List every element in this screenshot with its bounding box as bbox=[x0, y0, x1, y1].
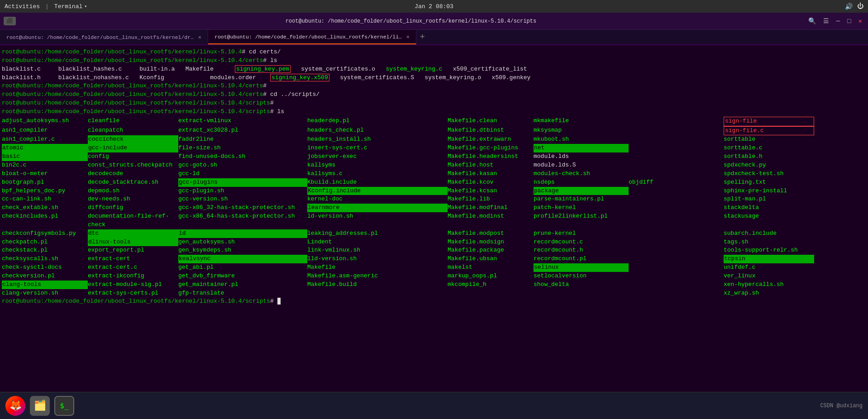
ls-item: Makefile.package bbox=[448, 246, 534, 255]
volume-icon[interactable]: 🔊 bbox=[845, 3, 853, 10]
ls-item: asn1_compiler.c bbox=[2, 135, 88, 144]
ls-item: jobserver-exec bbox=[307, 152, 448, 161]
terminal-menu-arrow: ▾ bbox=[84, 4, 87, 9]
maximize-icon[interactable]: □ bbox=[845, 17, 853, 26]
ls-item: mkuboot.sh bbox=[534, 135, 629, 144]
tab-drivers-close[interactable]: ✕ bbox=[198, 34, 201, 41]
terminal-content[interactable]: root@ubuntu:/home/code_folder/uboot_linu… bbox=[0, 45, 868, 419]
ls-item: checkversion.pl bbox=[2, 272, 88, 281]
ls-item bbox=[629, 126, 724, 136]
ls-item: insert-sys-cert.c bbox=[307, 144, 448, 152]
system-bar: Activities | Terminal ▾ Jan 2 08:03 🔊 ⏻ bbox=[0, 0, 868, 13]
menu-icon[interactable]: ☰ bbox=[821, 16, 831, 26]
ls-item: kallsyms.c bbox=[307, 170, 448, 178]
ls-item: stackusage bbox=[724, 212, 814, 229]
ls-item: depmod.sh bbox=[88, 187, 178, 195]
ls-item: sorttable bbox=[724, 135, 814, 144]
ls-item: setlocalversion bbox=[534, 272, 629, 281]
ls-item: modules-check.sh bbox=[534, 170, 629, 178]
firefox-icon[interactable]: 🦊 bbox=[5, 396, 25, 416]
ls-item: bootgraph.pl bbox=[2, 178, 88, 187]
ls-item: module.lds bbox=[534, 152, 629, 161]
ls-item: Makefile.modpost bbox=[448, 229, 534, 238]
tab-drivers-label: root@ubuntu: /home/code_folder/uboot_lin… bbox=[6, 34, 195, 40]
ls-item: subarch.include bbox=[724, 229, 814, 238]
ls-item: Makefile.modinst bbox=[448, 212, 534, 229]
ls-item: headerdep.pl bbox=[307, 117, 448, 126]
ls-item: find-unused-docs.sh bbox=[178, 152, 307, 161]
ls-item: sphinx-pre-install bbox=[724, 187, 814, 195]
ls-item: mkmakefile bbox=[534, 117, 629, 126]
new-tab-button[interactable]: + bbox=[416, 30, 868, 44]
ls-item: Makefile.kcsan bbox=[448, 187, 534, 195]
ls-item-kconfig: Kconfig.include bbox=[307, 187, 448, 195]
tab-drivers[interactable]: root@ubuntu: /home/code_folder/uboot_lin… bbox=[0, 30, 208, 44]
terminal-menu-button[interactable]: Terminal ▾ bbox=[54, 3, 87, 10]
files-icon[interactable]: 🗂️ bbox=[30, 396, 50, 416]
ls-item: profile2linkerlist.pl bbox=[534, 212, 629, 229]
line-ls-row1: blacklist.c blacklist_hashes.c built-in.… bbox=[2, 65, 866, 74]
line-ls1: root@ubuntu:/home/code_folder/uboot_linu… bbox=[2, 57, 866, 65]
tab-scripts[interactable]: root@ubuntu: /home/code_folder/uboot_lin… bbox=[208, 30, 416, 44]
ls-item-coccicheck: coccicheck bbox=[88, 135, 178, 144]
ls-item: module.lds.S bbox=[534, 161, 629, 170]
ls-item: tags.sh bbox=[724, 238, 814, 247]
ls-item: decodecode bbox=[88, 170, 178, 178]
ls-item: xen-hypercalls.sh bbox=[724, 281, 814, 289]
ls-item-tcpsin: tcpsin bbox=[724, 255, 814, 263]
ls-item: Makefile.kasan bbox=[448, 170, 534, 178]
ls-item: checkconfigsymbols.py bbox=[2, 229, 88, 238]
close-icon[interactable]: ✕ bbox=[856, 16, 864, 26]
tab-scripts-label: root@ubuntu: /home/code_folder/uboot_lin… bbox=[215, 34, 403, 40]
ls-item: mksysmap bbox=[534, 126, 629, 136]
taskbar-apps: 🦊 🗂️ $_ bbox=[5, 396, 74, 416]
tab-scripts-close[interactable]: ✕ bbox=[406, 33, 410, 40]
ls-item: kallsyms bbox=[307, 161, 448, 170]
ls-item: gfp-translate bbox=[178, 289, 307, 298]
terminal-controls: 🔍 ☰ ─ □ ✕ bbox=[806, 16, 864, 26]
line-scripts-prompt: root@ubuntu:/home/code_folder/uboot_linu… bbox=[2, 99, 866, 108]
minimize-icon[interactable]: ─ bbox=[834, 17, 842, 26]
ls-item: Makefile.clean bbox=[448, 117, 534, 126]
ls-item-signfilec: sign-file.c bbox=[724, 126, 814, 136]
ls-item: asn1_compiler bbox=[2, 126, 88, 136]
search-icon[interactable]: 🔍 bbox=[806, 16, 818, 26]
ls-item: Lindent bbox=[307, 238, 448, 247]
ls-item: Makefile.dtbinst bbox=[448, 126, 534, 136]
ls-item: dev-needs.sh bbox=[88, 195, 178, 204]
ls-item: patch-kernel bbox=[534, 204, 629, 212]
ls-item: extract_xc3028.pl bbox=[178, 126, 307, 136]
ls-item: makelst bbox=[448, 263, 534, 272]
ls-item: get_maintainer.pl bbox=[178, 281, 307, 289]
terminal-menu-label: Terminal bbox=[54, 3, 82, 10]
ls-item: extract-vmlinux bbox=[178, 117, 307, 126]
ls-item: faddr2line bbox=[178, 135, 307, 144]
ls-item: adjust_autoksyms.sh bbox=[2, 117, 88, 126]
ls-item bbox=[629, 135, 724, 144]
ls-item: xz_wrap.sh bbox=[724, 289, 814, 298]
ls-output-grid: adjust_autoksyms.sh cleanfile extract-vm… bbox=[2, 117, 866, 298]
ls-item: Makefile.build bbox=[307, 281, 448, 289]
ls-item: ver_linux bbox=[724, 272, 814, 281]
ls-item: export_report.pl bbox=[88, 246, 178, 255]
ls-item: Makefile.host bbox=[448, 161, 534, 170]
ls-item bbox=[629, 255, 724, 263]
ls-item bbox=[629, 161, 724, 170]
line-cd-certs: root@ubuntu:/home/code_folder/uboot_linu… bbox=[2, 48, 866, 57]
ls-item: checkstack.pl bbox=[2, 246, 88, 255]
ls-item: Makefile.kcov bbox=[448, 178, 534, 187]
ls-item: tools-support-relr.sh bbox=[724, 246, 814, 255]
terminal-taskbar-icon[interactable]: $_ bbox=[54, 396, 74, 416]
ls-item-clangtools: clang-tools bbox=[2, 281, 88, 289]
ls-item: spdxcheck.py bbox=[724, 161, 814, 170]
ls-item: gen_ksymdeps.sh bbox=[178, 246, 307, 255]
ls-item: link-vmlinux.sh bbox=[307, 246, 448, 255]
ls-item: Makefile.lib bbox=[448, 195, 534, 204]
ls-item: objdiff bbox=[629, 178, 724, 187]
ls-item: cc-can-link.sh bbox=[2, 195, 88, 204]
ls-item-gccplugins: gcc-plugins bbox=[178, 178, 307, 187]
ls-item-atomic: atomic bbox=[2, 144, 88, 152]
ls-item: extract-ikconfig bbox=[88, 272, 178, 281]
power-icon[interactable]: ⏻ bbox=[857, 3, 863, 10]
activities-button[interactable]: Activities bbox=[5, 3, 40, 10]
